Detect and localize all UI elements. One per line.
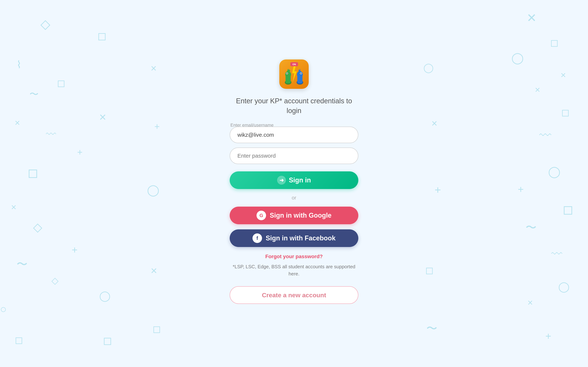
deco-shape: 〰 [46, 128, 56, 140]
facebook-label: Sign in with Facebook [266, 234, 336, 242]
deco-shape: ◻ [27, 165, 38, 180]
email-input[interactable] [230, 127, 358, 143]
deco-shape: ○ [0, 303, 7, 316]
create-account-button[interactable]: Create a new account [230, 286, 358, 304]
deco-shape: ◯ [558, 281, 570, 292]
deco-shape: ✕ [527, 11, 536, 25]
deco-shape: × [561, 70, 566, 80]
facebook-signin-button[interactable]: f Sign in with Facebook [230, 229, 358, 247]
deco-shape: 〰 [539, 128, 551, 142]
deco-shape: ◻ [425, 264, 434, 276]
deco-shape: ◇ [52, 275, 58, 286]
deco-shape: + [77, 147, 83, 158]
deco-shape: × [11, 202, 16, 212]
deco-shape: × [99, 110, 106, 124]
signin-button[interactable]: ➜ Sign in [230, 171, 358, 189]
password-input-group [230, 148, 358, 164]
deco-shape: + [518, 184, 524, 195]
deco-shape: × [151, 62, 156, 74]
svg-point-11 [301, 73, 302, 74]
deco-shape: ◯ [147, 184, 159, 196]
tagline: Enter your KP* account credentials to lo… [230, 96, 358, 116]
deco-shape: ◇ [40, 17, 50, 32]
deco-shape: × [151, 264, 157, 277]
password-input[interactable] [230, 148, 358, 164]
deco-shape: + [435, 184, 441, 196]
deco-shape: ◻ [15, 334, 23, 346]
deco-shape: 〜 [426, 321, 437, 336]
app-icon: ON [279, 59, 309, 89]
deco-shape: + [154, 121, 160, 132]
deco-shape: ◻ [57, 77, 65, 89]
deco-shape: × [535, 84, 540, 95]
deco-shape: ◯ [423, 62, 434, 73]
deco-shape: 〜 [29, 88, 39, 100]
support-text: *LSP, LSC, Edge, BSS all student account… [230, 263, 358, 277]
login-card: ON Enter your KP* account credentials to… [222, 49, 366, 318]
deco-shape: ◻ [103, 334, 112, 347]
deco-shape: ◯ [99, 290, 111, 302]
deco-shape: ◻ [153, 323, 161, 335]
arrow-right-icon: ➜ [277, 176, 286, 185]
svg-marker-14 [292, 64, 297, 82]
svg-point-2 [285, 71, 291, 78]
google-signin-button[interactable]: G Sign in with Google [230, 207, 358, 224]
deco-shape: ⌇ [17, 59, 21, 70]
deco-shape: ◯ [511, 51, 524, 64]
deco-shape: 〜 [17, 257, 27, 272]
svg-text:ON: ON [292, 63, 296, 66]
deco-shape: + [545, 330, 551, 342]
deco-shape: 〜 [526, 220, 536, 235]
deco-shape: ◇ [33, 220, 42, 234]
or-divider: or [292, 195, 296, 201]
deco-shape: × [527, 297, 533, 308]
facebook-icon: f [252, 234, 262, 243]
deco-shape: ◻ [563, 202, 573, 217]
svg-point-4 [287, 73, 288, 74]
forgot-password-link[interactable]: Forgot your password? [265, 254, 323, 259]
email-label: Enter email/username [230, 123, 274, 128]
deco-shape: ◻ [550, 37, 559, 49]
deco-shape: 〰 [551, 248, 562, 260]
signin-label: Sign in [289, 176, 311, 184]
deco-shape: ◻ [97, 29, 107, 42]
google-icon: G [257, 211, 266, 220]
svg-point-9 [297, 71, 303, 78]
deco-shape: + [72, 244, 78, 256]
deco-shape: × [432, 117, 437, 129]
deco-shape: × [15, 117, 20, 128]
deco-shape: ◯ [548, 165, 561, 178]
deco-shape: ◻ [561, 106, 570, 118]
create-account-label: Create a new account [262, 292, 326, 299]
google-label: Sign in with Google [270, 212, 331, 219]
email-input-group: Enter email/username [230, 127, 358, 143]
